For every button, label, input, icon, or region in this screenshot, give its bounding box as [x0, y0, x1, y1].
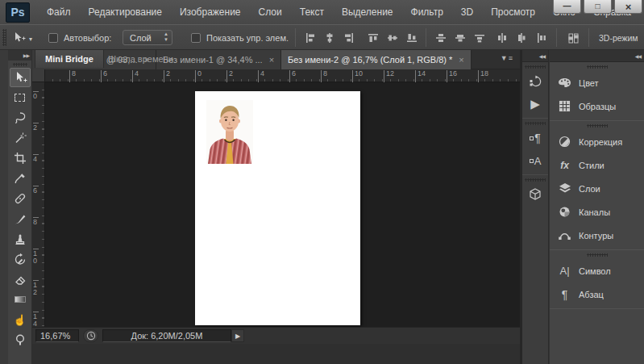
brush-tool[interactable]	[10, 209, 31, 228]
menu-type[interactable]: Текст	[291, 6, 333, 18]
panel-row-label: Образцы	[579, 102, 616, 111]
distribute-bottom-edges-button[interactable]	[471, 29, 488, 47]
status-menu-arrow-icon[interactable]: ▶	[231, 329, 244, 342]
menu-filter[interactable]: Фильтр	[402, 6, 452, 18]
autoselect-target-value: Слой	[130, 33, 152, 43]
move-tool[interactable]	[10, 68, 31, 87]
menu-image[interactable]: Изображение	[171, 6, 250, 18]
panel-row-paths[interactable]: Контуры	[550, 224, 644, 247]
align-horizontal-centers-button[interactable]	[321, 29, 339, 47]
panel-row-swatches[interactable]: Образцы	[550, 94, 644, 118]
separator	[426, 28, 426, 47]
vertical-ruler[interactable]: 0 2 4 6 8 10 12 14	[32, 82, 45, 327]
rectangular-marquee-tool[interactable]	[10, 88, 31, 107]
spot-healing-brush-tool[interactable]	[10, 189, 31, 208]
panel-grip[interactable]	[587, 124, 608, 128]
panel-menu-icon[interactable]: ▼≡	[501, 54, 513, 62]
3d-mode-label[interactable]: 3D-режим	[599, 33, 638, 43]
panel-row-adjustments[interactable]: Коррекция	[550, 130, 644, 153]
auto-align-layers-button[interactable]	[564, 29, 582, 47]
layers-icon	[558, 182, 571, 195]
tab-close-icon[interactable]: ×	[459, 55, 463, 65]
tool-preset-caret-icon[interactable]: ▾	[29, 36, 32, 43]
ruler-corner[interactable]	[32, 69, 45, 82]
eraser-tool[interactable]	[10, 270, 31, 289]
tab-mini-bridge[interactable]: Mini Bridge	[35, 50, 104, 68]
expand-toolbar-icon[interactable]: ▶▶	[23, 52, 29, 58]
panel-row-layers[interactable]: Слои	[550, 177, 644, 200]
tab-timeline[interactable]: Шкала времени	[98, 50, 183, 68]
portrait-photo[interactable]	[206, 100, 253, 164]
fx-icon: fx	[558, 160, 571, 171]
channels-icon	[558, 206, 571, 218]
dock-column-header[interactable]: ◀◀	[550, 50, 644, 62]
distribute-right-edges-button[interactable]	[532, 29, 550, 47]
character-icon: A|	[558, 265, 571, 277]
panel-row-character[interactable]: A| Символ	[550, 259, 644, 282]
quick-selection-tool[interactable]	[10, 128, 31, 148]
toolbar-grip[interactable]	[13, 63, 27, 66]
lasso-tool[interactable]	[10, 108, 31, 128]
dock-divider	[550, 249, 644, 250]
panel-row-label: Цвет	[579, 78, 599, 88]
align-top-edges-button[interactable]	[364, 29, 382, 47]
options-bar-grip[interactable]	[2, 29, 6, 46]
3d-panel-icon[interactable]	[525, 184, 546, 205]
maximize-button[interactable]: □	[584, 0, 612, 14]
horizontal-ruler[interactable]: 8 6 4 2 0 2 4 6 8 10 12 14 16 18	[45, 69, 520, 82]
menu-edit[interactable]: Редактирование	[80, 6, 171, 18]
panel-grip[interactable]	[587, 65, 608, 69]
history-brush-tool[interactable]	[10, 249, 31, 269]
zoom-level-field[interactable]: 16,67%	[35, 329, 79, 342]
panel-row-styles[interactable]: fx Стили	[550, 153, 644, 177]
distribute-top-edges-button[interactable]	[432, 29, 450, 47]
dock-divider	[522, 174, 548, 175]
actions-panel-icon[interactable]: ▶	[525, 94, 546, 115]
distribute-horizontal-centers-button[interactable]	[513, 29, 530, 47]
history-panel-icon[interactable]	[525, 71, 546, 92]
panel-row-color[interactable]: Цвет	[550, 71, 644, 94]
align-right-edges-button[interactable]	[340, 29, 358, 47]
minimize-button[interactable]: —	[553, 0, 581, 14]
gradient-tool[interactable]	[10, 290, 31, 309]
smudge-tool[interactable]: ☝	[10, 310, 31, 329]
pasteboard[interactable]	[45, 82, 520, 327]
tab-close-icon[interactable]: ×	[269, 55, 274, 65]
autoselect-checkbox[interactable]	[48, 33, 58, 43]
dock-column-header[interactable]: ◀◀	[522, 50, 548, 62]
autoselect-target-dropdown[interactable]: Слой ▲▼	[123, 30, 172, 45]
distribute-left-edges-button[interactable]	[493, 29, 511, 47]
align-left-edges-button[interactable]	[301, 29, 319, 47]
document-sizes-field[interactable]: Док: 6,20М/2,05М	[102, 329, 231, 342]
document-tab-3-active[interactable]: Без имени-2 @ 16,7% (Слой 1, RGB/8) * ×	[281, 50, 472, 69]
show-transform-controls-checkbox[interactable]	[191, 33, 201, 43]
eyedropper-tool[interactable]	[10, 169, 31, 188]
ruler-tick-label: 8	[33, 217, 39, 226]
crop-tool[interactable]	[10, 149, 31, 168]
align-bottom-edges-button[interactable]	[403, 29, 421, 47]
menu-view[interactable]: Просмотр	[482, 6, 544, 18]
panel-row-paragraph[interactable]: ¶ Абзац	[550, 282, 644, 306]
dodge-tool[interactable]	[10, 330, 31, 349]
menu-3d[interactable]: 3D	[452, 6, 482, 18]
canvas-page[interactable]	[195, 91, 360, 325]
toolbar-header[interactable]: ▶▶	[8, 50, 31, 61]
panel-row-channels[interactable]: Каналы	[550, 200, 644, 224]
collapse-panels-icon[interactable]: ◀◀	[539, 53, 545, 59]
dock-icon-column: ◀◀ ▶ ¶ A	[522, 50, 549, 364]
menu-file[interactable]: Файл	[38, 6, 80, 18]
character-styles-panel-icon[interactable]: A	[525, 150, 546, 171]
panel-grip[interactable]	[525, 178, 546, 182]
paragraph-styles-panel-icon[interactable]: ¶	[525, 128, 546, 149]
align-vertical-centers-button[interactable]	[384, 29, 401, 47]
panel-grip[interactable]	[525, 65, 546, 69]
panel-grip[interactable]	[525, 122, 546, 125]
menu-select[interactable]: Выделение	[333, 6, 402, 18]
menu-layers[interactable]: Слои	[250, 6, 291, 18]
clone-stamp-tool[interactable]	[10, 229, 31, 249]
clock-icon[interactable]	[83, 329, 98, 342]
collapse-panels-icon[interactable]: ◀◀	[635, 53, 641, 59]
panel-grip[interactable]	[587, 253, 608, 257]
distribute-vertical-centers-button[interactable]	[451, 29, 469, 47]
close-button[interactable]: ×	[614, 0, 642, 14]
